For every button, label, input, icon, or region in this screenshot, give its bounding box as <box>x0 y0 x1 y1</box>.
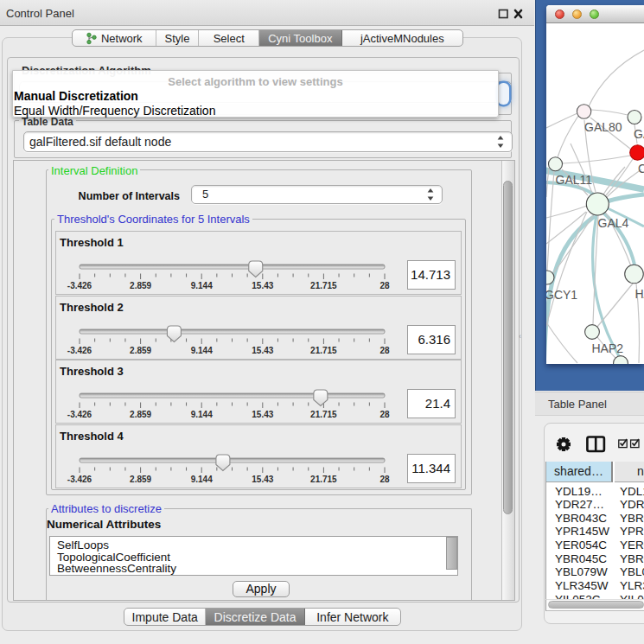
svg-text:15.43: 15.43 <box>252 346 273 355</box>
svg-text:2.859: 2.859 <box>130 475 151 484</box>
svg-text:9.144: 9.144 <box>191 346 213 355</box>
svg-text:15.43: 15.43 <box>252 475 273 484</box>
svg-text:2.859: 2.859 <box>130 410 151 419</box>
svg-text:2.859: 2.859 <box>130 346 151 355</box>
svg-text:GAL11: GAL11 <box>556 173 593 187</box>
svg-text:28: 28 <box>379 346 390 355</box>
svg-text:HA: HA <box>635 287 644 301</box>
svg-text:21.715: 21.715 <box>310 346 337 355</box>
svg-text:9.144: 9.144 <box>191 281 213 290</box>
svg-text:15.43: 15.43 <box>252 281 273 290</box>
svg-text:2.859: 2.859 <box>130 281 151 290</box>
svg-text:-3.426: -3.426 <box>67 475 92 484</box>
svg-text:GAL4: GAL4 <box>598 216 629 230</box>
svg-text:HAP2: HAP2 <box>592 341 624 355</box>
svg-text:9.144: 9.144 <box>191 410 213 419</box>
svg-text:15.43: 15.43 <box>252 410 273 419</box>
svg-text:-3.426: -3.426 <box>67 346 92 355</box>
svg-text:9.144: 9.144 <box>191 475 213 484</box>
svg-text:21.715: 21.715 <box>310 475 337 484</box>
svg-text:28: 28 <box>379 410 390 419</box>
svg-text:21.715: 21.715 <box>310 410 337 419</box>
svg-text:GAL2: GAL2 <box>634 127 644 141</box>
svg-text:GAL80: GAL80 <box>584 120 622 134</box>
svg-text:21.715: 21.715 <box>310 281 337 290</box>
svg-text:28: 28 <box>379 281 390 290</box>
svg-text:28: 28 <box>379 475 390 484</box>
svg-text:-3.426: -3.426 <box>67 410 92 419</box>
svg-text:GCY1: GCY1 <box>546 288 577 302</box>
svg-text:CDC: CDC <box>638 162 644 175</box>
svg-text:-3.426: -3.426 <box>67 281 92 290</box>
